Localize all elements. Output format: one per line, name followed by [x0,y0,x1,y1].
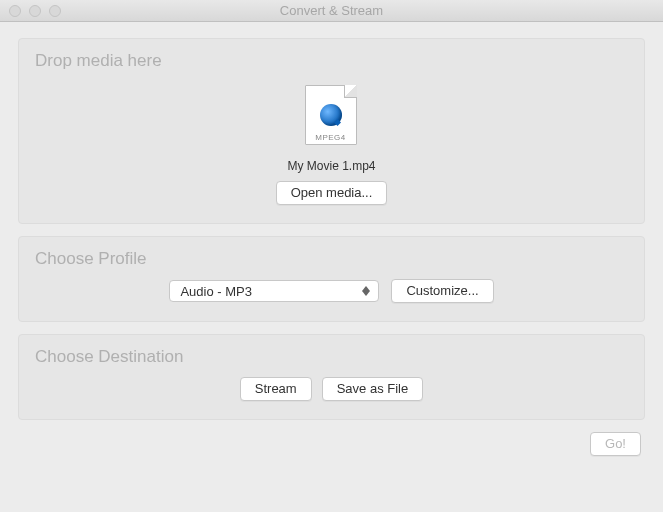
save-as-file-button[interactable]: Save as File [322,377,424,401]
file-format-label: MPEG4 [306,133,356,142]
drop-area[interactable]: MPEG4 My Movie 1.mp4 Open media... [35,81,628,205]
customize-profile-button[interactable]: Customize... [391,279,493,303]
footer: Go! [18,432,645,456]
choose-destination-title: Choose Destination [35,347,628,367]
drop-media-section: Drop media here MPEG4 My Movie 1.mp4 Ope… [18,38,645,224]
file-icon: MPEG4 [305,85,359,149]
choose-destination-section: Choose Destination Stream Save as File [18,334,645,420]
profile-selected-value: Audio - MP3 [180,284,252,299]
drop-media-title: Drop media here [35,51,628,71]
titlebar: Convert & Stream [0,0,663,22]
quicktime-icon [320,104,342,126]
choose-profile-section: Choose Profile Audio - MP3 Customize... [18,236,645,322]
stream-button[interactable]: Stream [240,377,312,401]
close-window-button[interactable] [9,5,21,17]
open-media-button[interactable]: Open media... [276,181,388,205]
content: Drop media here MPEG4 My Movie 1.mp4 Ope… [0,22,663,468]
file-name-label: My Movie 1.mp4 [287,159,375,173]
zoom-window-button[interactable] [49,5,61,17]
updown-chevron-icon [358,281,374,301]
minimize-window-button[interactable] [29,5,41,17]
window-title: Convert & Stream [0,3,663,18]
go-button[interactable]: Go! [590,432,641,456]
profile-select[interactable]: Audio - MP3 [169,280,379,302]
window-controls [0,5,61,17]
choose-profile-title: Choose Profile [35,249,628,269]
